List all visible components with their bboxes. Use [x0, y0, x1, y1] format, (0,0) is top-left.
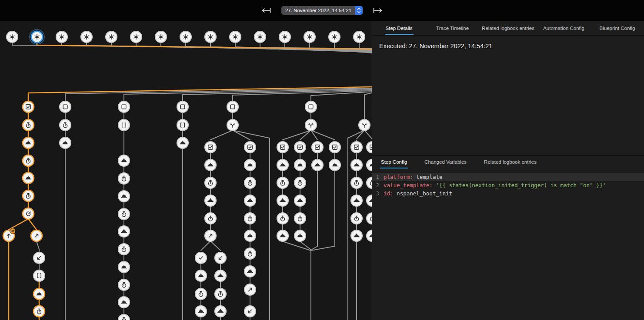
graph-node-dome[interactable]	[205, 159, 216, 171]
graph-node-brackets[interactable]	[33, 270, 45, 281]
graph-node-checkbox[interactable]	[351, 142, 362, 153]
graph-node-timer[interactable]	[118, 314, 130, 320]
trace-graph-panel[interactable]: 9+	[0, 21, 372, 320]
graph-node-dome[interactable]	[195, 306, 207, 317]
graph-node-ast[interactable]	[254, 31, 266, 43]
tab-related-logbook-entries-bottom[interactable]: Related logbook entries	[475, 156, 545, 168]
graph-node-square[interactable]	[227, 101, 238, 112]
graph-node-arrow-ne[interactable]	[244, 284, 256, 295]
graph-node-dome[interactable]	[244, 159, 256, 171]
graph-node-square[interactable]	[118, 101, 130, 112]
graph-node-checkbox[interactable]	[205, 142, 216, 153]
tab-trace-timeline[interactable]: Trace Timeline	[426, 21, 479, 35]
graph-node-timer[interactable]	[277, 213, 288, 224]
graph-node-timer[interactable]	[23, 190, 34, 201]
graph-node-dome[interactable]	[244, 195, 256, 206]
tab-automation-config[interactable]: Automation Config	[537, 21, 591, 35]
tab-blueprint-config[interactable]: Blueprint Config	[591, 21, 644, 35]
graph-node-timer[interactable]	[118, 208, 130, 220]
graph-node-ast[interactable]	[230, 31, 241, 43]
graph-node-timer[interactable]	[244, 177, 256, 188]
previous-run-button[interactable]	[260, 6, 273, 15]
graph-node-refresh[interactable]	[23, 208, 34, 219]
graph-node-arrow-ne[interactable]	[205, 230, 216, 241]
graph-node-timer[interactable]	[118, 279, 130, 290]
graph-node-timer[interactable]	[118, 244, 130, 255]
graph-node-timer[interactable]	[205, 213, 216, 224]
graph-node-timer[interactable]	[60, 119, 71, 131]
graph-node-dome[interactable]	[195, 270, 207, 281]
tab-changed-variables[interactable]: Changed Variables	[416, 156, 475, 168]
graph-node-brackets[interactable]	[177, 119, 188, 131]
graph-node-dome[interactable]	[118, 226, 130, 237]
graph-node-dome[interactable]	[118, 191, 130, 202]
graph-node-dome[interactable]	[177, 137, 188, 148]
graph-node-square[interactable]	[177, 101, 188, 112]
graph-node-dome[interactable]	[277, 195, 288, 206]
graph-node-dome[interactable]	[367, 195, 372, 206]
graph-node-dome[interactable]	[351, 230, 362, 241]
graph-node-dome[interactable]	[244, 230, 256, 241]
graph-node-ast[interactable]	[81, 31, 92, 43]
graph-node-timer[interactable]	[23, 155, 34, 166]
graph-node-dome[interactable]	[23, 172, 34, 184]
graph-node-ast[interactable]	[7, 31, 18, 43]
graph-node-timer[interactable]	[195, 288, 207, 300]
graph-node-dome[interactable]	[329, 159, 340, 171]
graph-node-checkbox[interactable]	[23, 101, 34, 112]
graph-node-dome[interactable]	[351, 195, 362, 206]
graph-node-arrow-sw[interactable]	[244, 306, 256, 317]
graph-node-timer[interactable]	[118, 173, 130, 184]
graph-node-ast[interactable]	[329, 31, 340, 43]
graph-node-dome[interactable]	[118, 297, 130, 308]
graph-node-split[interactable]	[359, 119, 370, 131]
graph-node-dome[interactable]	[33, 288, 45, 300]
graph-node-dome[interactable]	[351, 159, 362, 171]
graph-node-timer[interactable]	[205, 177, 216, 188]
graph-node-dome[interactable]	[205, 195, 216, 206]
next-run-button[interactable]	[371, 6, 384, 15]
graph-node-split[interactable]	[227, 119, 238, 131]
graph-node-timer[interactable]	[33, 306, 45, 317]
step-config-editor[interactable]: 1platform: template 2value_template: '{{…	[372, 168, 644, 320]
graph-node-arrow-ne[interactable]	[31, 230, 42, 241]
graph-node-ast[interactable]	[205, 31, 216, 43]
graph-node-dome[interactable]	[23, 137, 34, 148]
graph-node-dome[interactable]	[312, 159, 323, 171]
graph-node-ast[interactable]	[130, 31, 142, 43]
tab-step-details[interactable]: Step Details	[372, 21, 426, 35]
graph-node-dome[interactable]	[367, 159, 372, 171]
run-selector[interactable]: 27. November 2022, 14:54:21	[281, 6, 363, 15]
graph-node-brackets[interactable]	[118, 119, 130, 131]
graph-node-dome[interactable]	[277, 230, 288, 241]
graph-node-dome[interactable]	[294, 159, 306, 171]
graph-node-ast[interactable]	[354, 31, 365, 43]
graph-node-ast[interactable]	[56, 31, 67, 43]
graph-node-split[interactable]	[305, 119, 317, 131]
graph-node-timer[interactable]	[294, 213, 306, 224]
graph-node-dome[interactable]	[277, 159, 288, 171]
graph-node-dome[interactable]	[118, 261, 130, 273]
graph-node-checkbox[interactable]	[367, 142, 372, 153]
graph-node-timer[interactable]	[23, 119, 34, 131]
graph-node-ast[interactable]	[106, 31, 117, 43]
graph-node-dome[interactable]	[215, 306, 226, 317]
graph-node-dome[interactable]	[367, 230, 372, 241]
graph-node-checkbox[interactable]	[244, 142, 256, 153]
graph-node-checkbox[interactable]	[277, 142, 288, 153]
graph-node-dome[interactable]	[215, 270, 226, 281]
graph-node-ast[interactable]	[279, 31, 290, 43]
graph-node-timer[interactable]	[351, 177, 362, 188]
graph-node-ast[interactable]	[155, 31, 167, 43]
graph-node-checkbox[interactable]	[329, 142, 340, 153]
graph-node-check[interactable]	[195, 252, 207, 264]
graph-node-dome[interactable]	[244, 266, 256, 277]
graph-node-timer[interactable]	[367, 177, 372, 188]
graph-node-timer[interactable]	[244, 213, 256, 224]
graph-node-ast[interactable]	[180, 31, 191, 43]
graph-node-timer[interactable]	[215, 288, 226, 300]
tab-related-logbook-entries[interactable]: Related logbook entries	[479, 21, 537, 35]
graph-node-dome[interactable]	[60, 137, 71, 148]
graph-node-ast[interactable]	[304, 31, 315, 43]
graph-node-timer[interactable]	[294, 177, 306, 188]
